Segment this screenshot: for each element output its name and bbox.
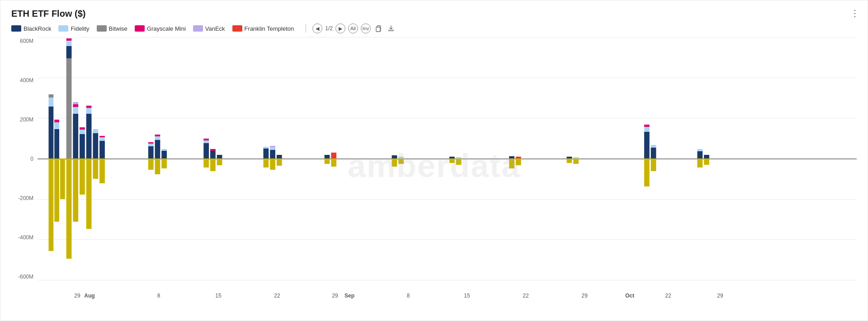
- legend-item-bitwise: Bitwise: [97, 25, 127, 32]
- bar-gm-x80: [73, 104, 78, 107]
- x-label-29-oct: 29: [717, 293, 723, 299]
- inv-label: Inv: [363, 26, 369, 31]
- bar-gs-big: [66, 158, 72, 259]
- y-label-n400m: -400M: [11, 234, 36, 241]
- bar-bitwise-0: [48, 94, 53, 98]
- x-label-15: 15: [215, 293, 221, 299]
- bar-br-510: [264, 149, 269, 158]
- bar-fi-1490: [697, 149, 703, 151]
- bar-fidelity-1: [54, 122, 59, 129]
- bar-gs-265: [155, 158, 160, 174]
- bar-gs-945: [456, 158, 462, 165]
- bar-fi-815: [398, 157, 404, 158]
- bar-fi-1210: [573, 157, 579, 158]
- bar-br-280: [161, 151, 167, 158]
- bar-gs-1195: [566, 158, 572, 163]
- bar-br-525: [270, 150, 275, 158]
- y-label-0: 0: [11, 156, 36, 162]
- export-icon-button[interactable]: [386, 23, 396, 33]
- bar-gs-405: [217, 158, 222, 165]
- bar-br-x95: [80, 134, 85, 158]
- bar-ve-525: [270, 146, 275, 147]
- vaneck-label: VanEck: [205, 25, 225, 32]
- x-label-sep: Sep: [344, 293, 354, 299]
- bar-grayscale-mini-1: [54, 120, 59, 122]
- plot-area: 29 Aug 8 15 22 29 Sep 8 15 22 29 Oct 22 …: [38, 37, 857, 280]
- legend-item-fidelity: Fidelity: [58, 25, 89, 32]
- bar-gs-390: [210, 158, 216, 171]
- bar-gs-1385: [651, 158, 656, 171]
- bar-gm-x140: [99, 136, 105, 137]
- bar-fi-265: [155, 136, 160, 140]
- all-button[interactable]: All: [348, 23, 358, 33]
- bar-gm-1370: [644, 125, 650, 127]
- bar-gs-815: [398, 158, 404, 164]
- bar-gs-800: [392, 158, 397, 167]
- bar-br-x140: [99, 141, 105, 158]
- bar-br-390: [210, 151, 216, 158]
- bar-gm-390: [210, 149, 216, 151]
- bar-blackrock-big: [66, 46, 72, 58]
- bar-br-x80: [73, 114, 78, 158]
- bar-gs-648: [325, 158, 330, 164]
- bar-grayscale-1: [54, 158, 59, 222]
- bar-br-405: [217, 155, 222, 158]
- svg-rect-0: [376, 27, 380, 32]
- chart-title: ETH ETF Flow ($): [11, 9, 857, 19]
- bar-fi-525: [270, 147, 275, 150]
- export-icon: [387, 25, 395, 32]
- bar-br-x110: [86, 114, 92, 158]
- bar-br-265: [155, 140, 160, 158]
- bar-br-x125: [93, 133, 98, 158]
- bar-fi-280: [161, 149, 167, 151]
- bar-br-1490: [697, 151, 703, 158]
- bar-gs-x95: [80, 158, 85, 195]
- x-label-8-sep: 8: [407, 293, 410, 299]
- bar-ft-1080: [516, 157, 521, 158]
- bar-gs-1080: [516, 158, 521, 165]
- franklin-label: Franklin Templeton: [245, 25, 294, 32]
- blackrock-label: BlackRock: [24, 25, 51, 32]
- y-axis: 600M 400M 200M 0 -200M -400M -600M: [11, 37, 36, 294]
- bar-gs-525: [270, 158, 275, 170]
- next-icon: ▶: [339, 26, 342, 32]
- legend-item-blackrock: BlackRock: [11, 25, 51, 32]
- bar-gm-260: [148, 142, 154, 144]
- legend-row: BlackRock Fidelity Bitwise Grayscale Min…: [11, 23, 857, 33]
- bar-gm-265: [155, 135, 160, 136]
- bar-gs-510: [264, 158, 269, 167]
- copy-icon-button[interactable]: [373, 23, 383, 33]
- legend-item-vaneck: VanEck: [193, 25, 225, 32]
- bar-br-1385: [651, 148, 656, 158]
- bar-gs-663: [331, 158, 336, 167]
- bar-gs-375: [203, 158, 209, 167]
- bar-grayscale-2: [60, 158, 65, 199]
- x-label-aug: Aug: [84, 293, 94, 299]
- bar-gm-x95: [80, 127, 85, 130]
- bar-fi-510: [264, 147, 269, 149]
- bar-br-260: [148, 146, 154, 158]
- legend-divider: [306, 24, 306, 33]
- bar-gs-540: [277, 158, 282, 166]
- legend-item-grayscale: Grayscale Mini: [135, 25, 186, 32]
- fidelity-swatch: [58, 25, 68, 32]
- y-label-n600m: -600M: [11, 274, 36, 280]
- next-page-button[interactable]: ▶: [335, 23, 345, 33]
- grayscale-swatch: [135, 25, 145, 32]
- franklin-swatch: [232, 25, 242, 32]
- bar-ve-x80: [73, 102, 78, 104]
- x-label-22-sep: 22: [523, 293, 528, 299]
- prev-page-button[interactable]: ◀: [312, 23, 322, 33]
- bar-gs-930: [449, 158, 455, 163]
- bar-bitwise-big: [66, 58, 72, 158]
- inv-button[interactable]: Inv: [361, 23, 371, 33]
- x-label-15-sep: 15: [464, 293, 470, 299]
- bar-br-375: [203, 143, 209, 158]
- bar-br-1195: [566, 157, 572, 158]
- copy-icon: [375, 25, 382, 32]
- bar-fi-375: [203, 140, 209, 143]
- x-label-22: 22: [274, 293, 280, 299]
- more-options-button[interactable]: ⋮: [850, 8, 859, 19]
- legend-item-franklin: Franklin Templeton: [232, 25, 294, 32]
- bar-fidelity-0: [48, 98, 53, 107]
